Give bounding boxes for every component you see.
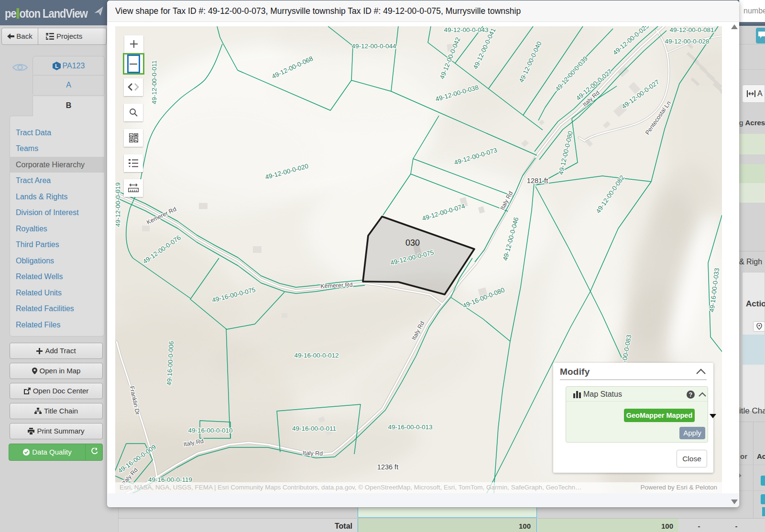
svg-text:49-12-00-0-043: 49-12-00-0-043	[444, 26, 488, 33]
svg-text:Italy Rd: Italy Rd	[303, 450, 323, 457]
svg-text:1281 ft: 1281 ft	[527, 177, 548, 185]
svg-text:49-16-00-0-010: 49-16-00-0-010	[188, 427, 232, 434]
svg-text:49-12-00-0-044: 49-12-00-0-044	[351, 43, 396, 50]
svg-text:49-12-00-0-028: 49-12-00-0-028	[665, 38, 709, 45]
svg-text:49-12-00-0-011: 49-12-00-0-011	[151, 60, 158, 104]
svg-text:49-12-00-0-081: 49-12-00-0-081	[669, 26, 714, 33]
svg-text:49-12-00-0-019: 49-12-00-0-019	[115, 182, 121, 227]
svg-text:?: ?	[689, 391, 692, 398]
svg-text:1236 ft: 1236 ft	[377, 463, 398, 471]
svg-text:030: 030	[405, 238, 420, 248]
svg-text:49-16-00-0-011: 49-16-00-0-011	[292, 425, 336, 432]
svg-text:49-16-00-0-013: 49-16-00-0-013	[388, 423, 432, 431]
svg-text:L: L	[55, 63, 58, 69]
svg-text:49-16-00-0-012: 49-16-00-0-012	[294, 352, 339, 359]
